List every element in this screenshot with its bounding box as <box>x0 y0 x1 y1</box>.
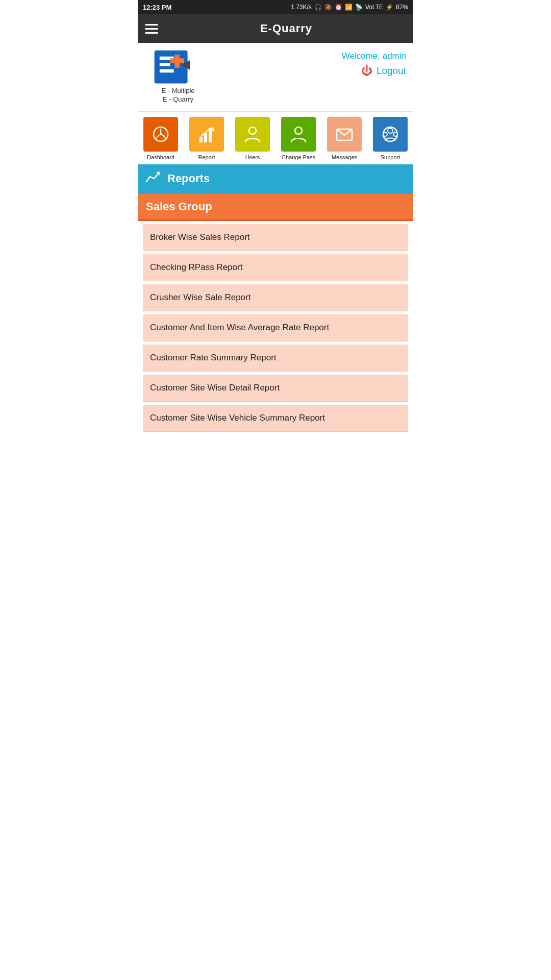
svg-point-16 <box>388 128 393 133</box>
wifi-icon: 📶 <box>345 4 353 11</box>
svg-rect-0 <box>155 51 188 84</box>
hamburger-button[interactable] <box>145 24 158 34</box>
svg-rect-5 <box>170 58 184 63</box>
svg-rect-10 <box>204 133 207 142</box>
report-label: Report <box>198 154 215 160</box>
logout-label: Logout <box>377 65 406 77</box>
app-title: E-Quarry <box>166 22 406 35</box>
mute-icon: 🔕 <box>324 4 332 11</box>
report-item-3[interactable]: Customer And Item Wise Average Rate Repo… <box>143 314 408 341</box>
user-area: Welcome, admin ⏻ Logout <box>342 48 406 78</box>
support-icon <box>380 124 400 144</box>
logo-text: E - Multiple E - Quarry <box>161 87 194 104</box>
menu-item-messages[interactable]: Messages <box>321 112 367 164</box>
status-time: 12:23 PM <box>143 4 171 11</box>
alarm-icon: ⏰ <box>335 4 342 11</box>
dashboard-label: Dashboard <box>147 154 174 160</box>
changepass-icon <box>288 124 309 144</box>
changepass-icon-box <box>281 117 316 152</box>
volte-label: VoLTE <box>365 4 383 11</box>
report-list: Broker Wise Sales Report Checking RPass … <box>138 221 413 435</box>
reports-title: Reports <box>167 172 210 185</box>
users-icon-box <box>235 117 270 152</box>
headphone-icon: 🎧 <box>314 4 322 11</box>
menu-item-report[interactable]: Report <box>184 112 230 164</box>
svg-rect-3 <box>160 69 174 72</box>
users-icon <box>242 124 263 144</box>
top-nav: E-Quarry <box>138 14 413 43</box>
report-item-0[interactable]: Broker Wise Sales Report <box>143 224 408 251</box>
report-item-6[interactable]: Customer Site Wise Vehicle Summary Repor… <box>143 405 408 432</box>
hamburger-line2 <box>145 28 158 30</box>
logout-button[interactable]: ⏻ Logout <box>361 64 406 78</box>
logo-box: E - Multiple E - Quarry <box>145 48 211 104</box>
sales-group-title: Sales Group <box>146 200 212 213</box>
logo-area: E - Multiple E - Quarry <box>145 48 342 104</box>
dashboard-icon <box>151 124 171 144</box>
menu-item-users[interactable]: Users <box>230 112 276 164</box>
menu-item-changepass[interactable]: Change Pass <box>276 112 321 164</box>
battery-level: 87% <box>396 4 408 11</box>
report-item-2[interactable]: Crusher Wise Sale Report <box>143 284 408 311</box>
sales-group-header: Sales Group <box>138 194 413 221</box>
svg-rect-9 <box>199 137 203 142</box>
welcome-text: Welcome, admin <box>342 51 406 61</box>
menu-item-support[interactable]: Support <box>367 112 413 164</box>
changepass-label: Change Pass <box>282 154 315 160</box>
dashboard-icon-box <box>143 117 178 152</box>
report-icon-box <box>189 117 224 152</box>
charging-icon: ⚡ <box>386 4 393 11</box>
power-icon: ⏻ <box>361 64 372 78</box>
reports-section-header: Reports <box>138 164 413 194</box>
hamburger-line1 <box>145 24 158 26</box>
report-item-4[interactable]: Customer Rate Summary Report <box>143 345 408 372</box>
support-label: Support <box>381 154 400 160</box>
menu-item-dashboard[interactable]: Dashboard <box>138 112 184 164</box>
header-area: E - Multiple E - Quarry Welcome, admin ⏻… <box>138 43 413 104</box>
status-icons: 1.73K/s 🎧 🔕 ⏰ 📶 📡 VoLTE ⚡ 87% <box>291 4 408 11</box>
support-icon-box <box>373 117 408 152</box>
messages-icon-box <box>327 117 362 152</box>
svg-point-13 <box>295 127 302 134</box>
report-item-5[interactable]: Customer Site Wise Detail Report <box>143 375 408 402</box>
users-label: Users <box>245 154 260 160</box>
svg-point-12 <box>249 127 256 134</box>
svg-rect-11 <box>209 129 212 142</box>
status-bar: 12:23 PM 1.73K/s 🎧 🔕 ⏰ 📶 📡 VoLTE ⚡ 87% <box>138 0 413 14</box>
messages-label: Messages <box>332 154 357 160</box>
menu-grid: Dashboard Report Users <box>138 111 413 164</box>
logo-svg <box>150 48 206 86</box>
svg-point-15 <box>383 127 397 141</box>
messages-icon <box>334 124 355 144</box>
signal-icon: 📡 <box>355 4 363 11</box>
reports-chart-icon <box>145 168 161 188</box>
report-chart-icon <box>196 124 217 144</box>
hamburger-line3 <box>145 32 158 34</box>
svg-rect-2 <box>160 63 170 66</box>
report-item-1[interactable]: Checking RPass Report <box>143 254 408 281</box>
network-speed: 1.73K/s <box>291 4 312 11</box>
